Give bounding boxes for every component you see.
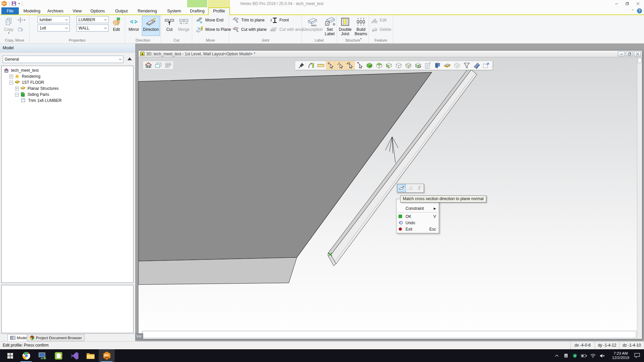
cube-pick-icon[interactable]: [413, 61, 423, 70]
tab-options[interactable]: Options: [87, 7, 108, 15]
taskbar-visual-studio-icon[interactable]: [66, 349, 83, 362]
tree-item-siding-parts[interactable]: −Siding Parts: [2, 92, 133, 98]
close-button[interactable]: [633, 0, 643, 7]
profile-block-icon[interactable]: [433, 61, 442, 70]
viewport-restore-button[interactable]: [626, 51, 633, 56]
front-button[interactable]: Front: [270, 16, 289, 24]
collapse-ribbon-icon[interactable]: ⌃: [631, 9, 634, 13]
match-plane-normal-icon[interactable]: [397, 184, 406, 192]
taskbar-vertex-bd-icon[interactable]: BD: [99, 349, 115, 362]
size-combobox[interactable]: 1x6: [38, 24, 70, 32]
viewport-close-button[interactable]: [634, 51, 641, 56]
cut-with-plane-button[interactable]: Cut with plane: [232, 25, 267, 34]
tray-defender-icon[interactable]: [572, 353, 578, 358]
collapse-toggle-icon[interactable]: −: [15, 93, 19, 97]
paste-to-window-button[interactable]: [17, 27, 23, 32]
menu-item-undo[interactable]: Undo: [396, 220, 439, 226]
pick-edge-icon[interactable]: [355, 61, 365, 70]
tray-battery-icon[interactable]: [581, 354, 587, 358]
merge-button-disabled[interactable]: Merge: [176, 16, 191, 32]
taskbar-notepad-icon[interactable]: [50, 349, 66, 362]
trim-to-plane-button[interactable]: Trim to plane: [232, 16, 265, 24]
tab-system[interactable]: System: [164, 7, 184, 15]
cube-wire-icon[interactable]: [394, 61, 404, 70]
cut-with-area-button-disabled[interactable]: Cut with area: [270, 25, 303, 34]
expand-toggle-icon[interactable]: +: [9, 75, 13, 78]
usage-combobox[interactable]: LUMBER: [76, 16, 109, 23]
move-end-button[interactable]: Move End: [196, 16, 223, 24]
collapse-panel-icon[interactable]: [127, 57, 132, 60]
tray-volume-muted-icon[interactable]: [599, 354, 605, 358]
match-axis-icon[interactable]: [415, 184, 423, 192]
cube-shaded-icon[interactable]: [404, 61, 413, 70]
viewport-3d-view[interactable]: Match cross section direction to plane n…: [139, 57, 642, 339]
set-label-button[interactable]: A Set Label: [323, 16, 336, 36]
display-list-icon[interactable]: [423, 61, 433, 70]
home-view-icon[interactable]: [144, 61, 153, 69]
cut-button[interactable]: Cut: [163, 16, 176, 32]
window-grid-icon[interactable]: [163, 61, 173, 69]
qat-dropdown-icon[interactable]: ▾: [18, 2, 20, 5]
delete-feature-button-disabled[interactable]: Delete: [371, 25, 391, 34]
restore-button[interactable]: [622, 0, 633, 7]
cube-top-icon[interactable]: [374, 61, 384, 70]
tab-modeling[interactable]: Modeling: [21, 7, 43, 15]
tab-view[interactable]: View: [69, 7, 85, 15]
snap-line-icon[interactable]: [335, 61, 345, 70]
orbit-icon[interactable]: [306, 61, 316, 70]
plate-icon[interactable]: [442, 61, 452, 70]
tab-output[interactable]: Output: [111, 7, 131, 15]
tray-chevron-up-icon[interactable]: [554, 354, 560, 357]
notification-center-icon[interactable]: [634, 353, 640, 358]
erase-cube-icon[interactable]: [452, 61, 462, 70]
help-button[interactable]: ?: [637, 8, 642, 13]
save-button[interactable]: [11, 1, 16, 6]
taskbar-remote-desktop-icon[interactable]: [34, 349, 50, 362]
snap-face-icon[interactable]: [345, 61, 355, 70]
tab-drafting[interactable]: Drafting: [187, 7, 207, 15]
tree-item-rendering[interactable]: +Rendering: [2, 73, 133, 79]
export-view-icon[interactable]: [481, 61, 491, 70]
wall-panel-edge-face[interactable]: [139, 257, 297, 285]
copy-button[interactable]: Copy ▾: [1, 16, 16, 35]
taskbar-clock[interactable]: 7:23 AM 12/2/2019: [612, 349, 629, 362]
move-elements-button[interactable]: ▾: [17, 17, 25, 23]
expand-toggle-icon[interactable]: +: [15, 87, 19, 90]
tree-filter-combobox[interactable]: General: [3, 56, 123, 63]
collapse-toggle-icon[interactable]: −: [9, 81, 13, 84]
move-to-plane-button[interactable]: Move to Plane: [196, 25, 231, 34]
tree-item-planar-structures[interactable]: +Planar Structures: [2, 85, 133, 92]
description-button-disabled[interactable]: DESC Description: [303, 16, 323, 32]
viewport-scrollbar[interactable]: [637, 57, 642, 339]
cube-solid-icon[interactable]: [365, 61, 374, 70]
viewport-title-bar[interactable]: 3D: tech_meet_test - 1st Level, Wall Lay…: [139, 51, 642, 57]
build-beams-button[interactable]: Build Beams ▾: [354, 16, 368, 41]
layer-combobox[interactable]: WALL: [76, 24, 109, 32]
tree-item-trim-1x6-lumber[interactable]: Trim 1x6 LUMBER: [2, 98, 133, 104]
pin-icon[interactable]: [297, 61, 306, 70]
double-joist-button[interactable]: Double Joist: [337, 16, 353, 36]
edit-feature-button-disabled[interactable]: Edit: [371, 16, 387, 24]
boards-icon[interactable]: [472, 61, 481, 70]
tab-project-document-browser[interactable]: Project Document Browser: [27, 334, 85, 341]
tree-item-1st-floor[interactable]: −1ST FLOOR: [2, 79, 133, 85]
tab-rendering[interactable]: Rendering: [135, 7, 160, 15]
snap-point-icon[interactable]: [326, 61, 335, 70]
tab-profile[interactable]: Profile: [208, 7, 230, 15]
tray-audio-device-icon[interactable]: [563, 353, 569, 358]
minimized-window-title[interactable]: Ver: [135, 333, 143, 340]
scrollbar-thumb[interactable]: [638, 58, 642, 63]
cascade-windows-icon[interactable]: [153, 61, 163, 69]
tree-item-tech-meet-test[interactable]: tech_meet_test: [2, 67, 133, 73]
direction-button-selected[interactable]: Direction: [142, 16, 160, 36]
tab-archives[interactable]: Archives: [45, 7, 66, 15]
mirror-button[interactable]: Mirror: [126, 16, 141, 32]
menu-item-exit[interactable]: Exit Esc: [396, 226, 439, 232]
taskbar-chrome-icon[interactable]: [18, 349, 34, 362]
menu-item-constraint[interactable]: Constraint ▶: [396, 205, 439, 212]
filter-icon[interactable]: [462, 61, 472, 70]
tray-wifi-icon[interactable]: [590, 354, 596, 358]
wall-panel-top-face[interactable]: [139, 72, 432, 261]
viewport-minimize-button[interactable]: [618, 51, 625, 56]
edit-properties-button[interactable]: Edit: [109, 16, 123, 32]
